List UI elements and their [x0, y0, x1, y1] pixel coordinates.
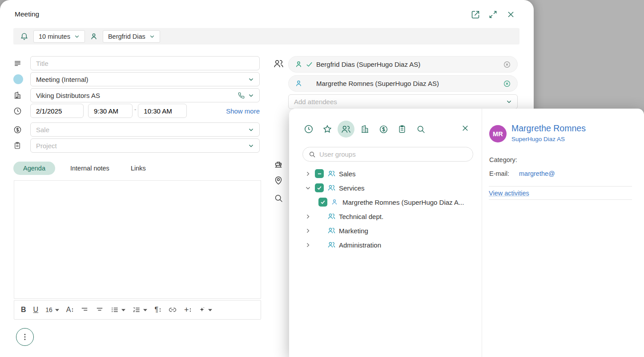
- sale-select[interactable]: Sale: [30, 122, 260, 137]
- link-button[interactable]: [168, 306, 177, 314]
- more-actions-button[interactable]: [16, 328, 34, 346]
- tree-row-administration[interactable]: Administration: [289, 238, 482, 252]
- chevron-down-icon: [248, 143, 254, 149]
- confirmed-check-icon: [306, 61, 313, 68]
- time-separator: -: [134, 104, 136, 113]
- checkbox-checked[interactable]: [315, 183, 327, 192]
- start-time-input[interactable]: [94, 107, 127, 115]
- user-groups-search[interactable]: [302, 147, 473, 162]
- font-size-select[interactable]: 16: [45, 306, 59, 313]
- underline-button[interactable]: U: [33, 306, 39, 314]
- building-icon: [13, 91, 30, 100]
- email-label: E-mail:: [489, 170, 509, 177]
- dollar-circle-icon: [13, 126, 30, 134]
- paragraph-button[interactable]: ¶: [154, 306, 161, 314]
- tree-label: Technical dept.: [339, 213, 383, 220]
- close-picker-icon[interactable]: [461, 124, 469, 134]
- resource-icon[interactable]: [274, 160, 283, 172]
- tree-row-margrethe[interactable]: Margrethe Romnes (SuperHugo Diaz A...: [289, 195, 482, 209]
- datetime-row: - Show more: [13, 104, 260, 118]
- tab-links[interactable]: Links: [125, 162, 152, 175]
- avatar: MR: [489, 125, 507, 142]
- search-tab-icon[interactable]: [412, 121, 429, 138]
- checkbox-indeterminate[interactable]: [315, 169, 327, 178]
- user-groups-search-input[interactable]: [319, 150, 467, 158]
- projects-clipboard-icon[interactable]: [394, 121, 411, 138]
- chevron-right-icon[interactable]: [305, 228, 315, 234]
- attendee-row[interactable]: Margrethe Romnes (SuperHugo Diaz AS): [288, 75, 518, 92]
- align-center-icon[interactable]: [96, 306, 104, 313]
- tab-internal-notes[interactable]: Internal notes: [64, 162, 116, 175]
- chevron-down-icon: [149, 34, 155, 39]
- group-icon: [327, 184, 339, 191]
- title-input[interactable]: [36, 60, 254, 67]
- search-icon: [309, 151, 316, 158]
- expand-icon[interactable]: [488, 10, 498, 19]
- attendees-group-icon: [273, 59, 284, 70]
- bold-button[interactable]: B: [21, 306, 26, 314]
- owner-value: Bergfrid Dias: [108, 33, 145, 40]
- chevron-down-icon: [506, 99, 512, 105]
- favorites-star-icon[interactable]: [319, 121, 336, 138]
- email-value-link[interactable]: margrethe@: [519, 170, 555, 177]
- chevron-right-icon[interactable]: [305, 242, 315, 248]
- tree-row-services[interactable]: Services: [289, 181, 482, 195]
- dialog-title: Meeting: [15, 10, 39, 18]
- text-style-button[interactable]: A: [66, 306, 74, 314]
- tree-row-marketing[interactable]: Marketing: [289, 223, 482, 238]
- companies-building-icon[interactable]: [356, 121, 373, 138]
- contact-name-link[interactable]: Margrethe Romnes: [511, 123, 586, 134]
- end-time-field[interactable]: [138, 104, 187, 118]
- bullet-list-button[interactable]: [111, 306, 125, 313]
- project-select[interactable]: Project: [30, 138, 260, 153]
- tree-row-technical-dept[interactable]: Technical dept.: [289, 209, 482, 223]
- agenda-editor[interactable]: [14, 180, 261, 299]
- date-field[interactable]: [30, 104, 84, 118]
- chevron-down-icon: [248, 127, 254, 133]
- attendee-row[interactable]: Bergfrid Dias (SuperHugo Diaz AS): [288, 56, 518, 73]
- sales-dollar-icon[interactable]: [375, 121, 392, 138]
- type-row: Meeting (Internal): [13, 72, 260, 86]
- tab-agenda[interactable]: Agenda: [13, 162, 55, 175]
- insert-button[interactable]: +: [184, 305, 192, 315]
- end-time-input[interactable]: [144, 107, 181, 115]
- numbered-list-button[interactable]: [133, 306, 147, 313]
- remove-attendee-icon[interactable]: [503, 61, 511, 69]
- close-icon[interactable]: [506, 10, 515, 19]
- content-tabs: Agenda Internal notes Links: [13, 162, 152, 175]
- reminder-select[interactable]: 10 minutes: [33, 30, 85, 43]
- company-select[interactable]: Viking Distributors AS: [30, 88, 260, 102]
- search-icon[interactable]: [274, 194, 283, 205]
- chevron-right-icon[interactable]: [305, 171, 315, 177]
- project-placeholder: Project: [36, 142, 57, 150]
- clipboard-icon: [13, 142, 30, 150]
- ai-sparkle-button[interactable]: [198, 306, 212, 313]
- remove-attendee-icon[interactable]: [503, 80, 511, 88]
- chevron-down-icon[interactable]: [305, 185, 315, 191]
- recent-clock-icon[interactable]: [300, 121, 317, 138]
- date-input[interactable]: [36, 107, 78, 115]
- attendee-name: Bergfrid Dias (SuperHugo Diaz AS): [316, 61, 420, 68]
- chevron-down-icon: [74, 34, 80, 39]
- chevron-right-icon[interactable]: [305, 214, 315, 219]
- title-field[interactable]: [30, 56, 260, 70]
- contact-company-link[interactable]: SuperHugo Diaz AS: [511, 136, 565, 142]
- group-icon: [327, 170, 339, 177]
- user-groups-icon[interactable]: [338, 121, 354, 138]
- location-pin-icon[interactable]: [274, 175, 283, 187]
- view-activities-link[interactable]: View activities: [489, 190, 529, 197]
- type-select[interactable]: Meeting (Internal): [30, 72, 260, 86]
- show-more-link[interactable]: Show more: [226, 107, 260, 115]
- add-attendees-input[interactable]: [294, 98, 506, 105]
- tree-row-sales[interactable]: Sales: [289, 166, 482, 181]
- align-left-icon[interactable]: [80, 306, 89, 313]
- attendee-picker-popup: Sales Services: [289, 109, 644, 357]
- open-in-new-window-icon[interactable]: [471, 10, 480, 19]
- checkbox-checked[interactable]: [318, 198, 331, 207]
- phone-icon[interactable]: [238, 92, 245, 99]
- start-time-field[interactable]: [88, 104, 133, 118]
- add-attendees-field[interactable]: [288, 94, 518, 109]
- tree-label: Margrethe Romnes (SuperHugo Diaz A...: [342, 199, 464, 206]
- owner-select[interactable]: Bergfrid Dias: [103, 30, 160, 43]
- company-row: Viking Distributors AS: [13, 88, 260, 102]
